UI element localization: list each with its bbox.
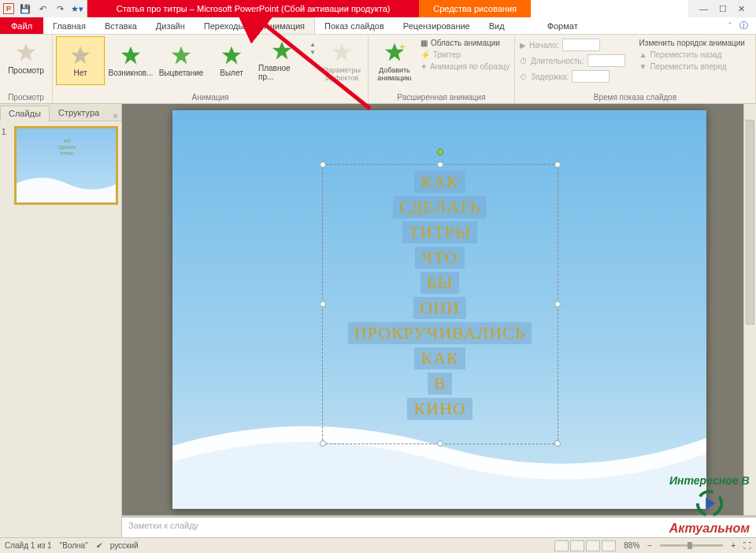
duration-input[interactable]: [587, 54, 625, 67]
resize-handle-sw[interactable]: [320, 440, 326, 447]
pane-icon: ▦: [421, 39, 428, 47]
slide-viewport[interactable]: КАК СДЕЛАТЬ ТИТРЫ ЧТО БЫ ОНИ ПРОКРУЧИВАЛ…: [122, 104, 756, 515]
zoom-level[interactable]: 88%: [624, 541, 639, 550]
scrollbar-thumb[interactable]: [746, 120, 754, 325]
tab-home[interactable]: Главная: [43, 17, 95, 34]
star-none-icon: [70, 45, 91, 65]
fit-window-icon[interactable]: ⛶: [743, 541, 751, 550]
undo-icon[interactable]: ↶: [36, 2, 49, 15]
reading-view-button[interactable]: [586, 540, 600, 551]
panel-close-icon[interactable]: ×: [108, 111, 122, 121]
spellcheck-icon[interactable]: ✔: [96, 541, 102, 550]
star-green-icon: [272, 40, 292, 61]
group-preview-label: Просмотр: [3, 92, 49, 103]
effect-options-button[interactable]: Параметры эффектов: [319, 36, 365, 82]
title-word: В: [428, 373, 453, 395]
redo-icon[interactable]: ↷: [54, 2, 66, 15]
move-later-button[interactable]: ▼Переместить вперед: [638, 61, 747, 72]
help-icon[interactable]: ⓘ: [739, 20, 748, 32]
title-word: ТИТРЫ: [402, 221, 477, 243]
resize-handle-w[interactable]: [320, 301, 326, 307]
ribbon-minimize-icon[interactable]: ˇ: [728, 21, 732, 31]
tab-slideshow[interactable]: Показ слайдов: [315, 17, 394, 34]
svg-marker-5: [272, 42, 291, 60]
animation-pane-button[interactable]: ▦Область анимации: [419, 38, 511, 48]
effect-options-icon: [329, 39, 354, 65]
zoom-slider[interactable]: [660, 544, 723, 547]
status-slide-info: Слайд 1 из 1: [5, 541, 52, 550]
sorter-view-button[interactable]: [570, 540, 584, 551]
anim-none[interactable]: Нет: [56, 36, 105, 85]
normal-view-button[interactable]: [554, 540, 569, 551]
slideshow-view-button[interactable]: [602, 540, 616, 551]
svg-text:+: +: [399, 42, 405, 51]
svg-marker-14: [706, 497, 715, 509]
resize-handle-nw[interactable]: [320, 161, 326, 168]
tab-animations[interactable]: Анимация: [254, 17, 315, 34]
status-language[interactable]: русский: [110, 541, 139, 550]
trigger-button[interactable]: ⚡Триггер: [419, 50, 511, 60]
zoom-out-icon[interactable]: −: [647, 541, 652, 550]
anim-float[interactable]: Плавное пр...: [258, 36, 306, 85]
slide-thumbnail-1[interactable]: КАКСДЕЛАТЬТИТРЫ: [16, 128, 117, 203]
tab-review[interactable]: Рецензирование: [394, 17, 480, 34]
delay-icon: ⏲: [520, 72, 528, 81]
title-word: ОНИ: [413, 297, 466, 319]
preview-label: Просмотр: [8, 66, 44, 75]
title-word: КАК: [414, 171, 465, 193]
slides-panel-tabs: Слайды Структура ×: [0, 104, 121, 121]
resize-handle-s[interactable]: [437, 440, 443, 447]
slides-tab[interactable]: Слайды: [0, 106, 50, 121]
maximize-icon[interactable]: ☐: [719, 4, 727, 14]
preview-button[interactable]: Просмотр: [3, 36, 49, 75]
close-icon[interactable]: ✕: [738, 4, 745, 14]
watermark-logo-icon: [695, 488, 724, 518]
delay-input[interactable]: [572, 70, 610, 83]
quick-access-toolbar: P 💾 ↶ ↷ ★▾: [0, 0, 87, 17]
tab-transitions[interactable]: Переходы: [195, 17, 254, 34]
svg-marker-1: [71, 46, 90, 64]
group-animation: Нет Возникнов... Выцветание Вылет Плавно…: [53, 35, 369, 103]
outline-tab[interactable]: Структура: [50, 105, 108, 121]
window-title: Статья про титры – Microsoft PowerPoint …: [87, 4, 419, 13]
title-word: КИНО: [407, 398, 472, 420]
duration-icon: ⏱: [520, 57, 528, 65]
slide-canvas[interactable]: КАК СДЕЛАТЬ ТИТРЫ ЧТО БЫ ОНИ ПРОКРУЧИВАЛ…: [172, 110, 706, 509]
add-animation-icon: +: [382, 39, 407, 65]
tab-view[interactable]: Вид: [480, 17, 514, 34]
animation-painter-button[interactable]: ✦Анимация по образцу: [419, 61, 511, 72]
ribbon-tabs: Файл Главная Вставка Дизайн Переходы Ани…: [0, 17, 756, 35]
resize-handle-se[interactable]: [554, 440, 561, 447]
move-earlier-button[interactable]: ▲Переместить назад: [638, 50, 747, 60]
notes-pane[interactable]: Заметки к слайду: [122, 515, 756, 537]
svg-marker-2: [121, 46, 140, 64]
tab-format[interactable]: Формат: [538, 17, 587, 34]
watermark-line1: Интересное В: [669, 474, 750, 487]
anim-flyin[interactable]: Вылет: [207, 36, 256, 85]
zoom-in-icon[interactable]: +: [731, 541, 736, 550]
anim-appear[interactable]: Возникнов...: [106, 36, 155, 85]
start-input[interactable]: [562, 39, 600, 51]
gallery-expand[interactable]: ▲▼▾: [308, 36, 317, 69]
tab-file[interactable]: Файл: [0, 17, 43, 34]
rotation-handle[interactable]: [437, 149, 443, 155]
svg-marker-3: [172, 46, 191, 64]
selected-textbox[interactable]: КАК СДЕЛАТЬ ТИТРЫ ЧТО БЫ ОНИ ПРОКРУЧИВАЛ…: [322, 164, 558, 444]
painter-icon: ✦: [421, 62, 427, 71]
resize-handle-n[interactable]: [437, 161, 443, 168]
resize-handle-e[interactable]: [554, 301, 561, 307]
minimize-icon[interactable]: —: [699, 4, 708, 13]
add-animation-button[interactable]: + Добавить анимацию: [372, 36, 417, 82]
resize-handle-ne[interactable]: [554, 161, 561, 168]
start-icon: ▶: [520, 41, 526, 50]
anim-fade[interactable]: Выцветание: [157, 36, 206, 85]
tab-insert[interactable]: Вставка: [95, 17, 146, 34]
tab-design[interactable]: Дизайн: [146, 17, 195, 34]
title-word: КАК: [414, 347, 465, 369]
svg-marker-0: [17, 43, 35, 61]
save-icon[interactable]: 💾: [19, 2, 32, 15]
qat-customize-icon[interactable]: ★▾: [71, 2, 83, 15]
duration-row: ⏱Длительность:: [518, 54, 627, 68]
title-word: БЫ: [421, 272, 460, 294]
vertical-scrollbar[interactable]: [743, 104, 756, 515]
